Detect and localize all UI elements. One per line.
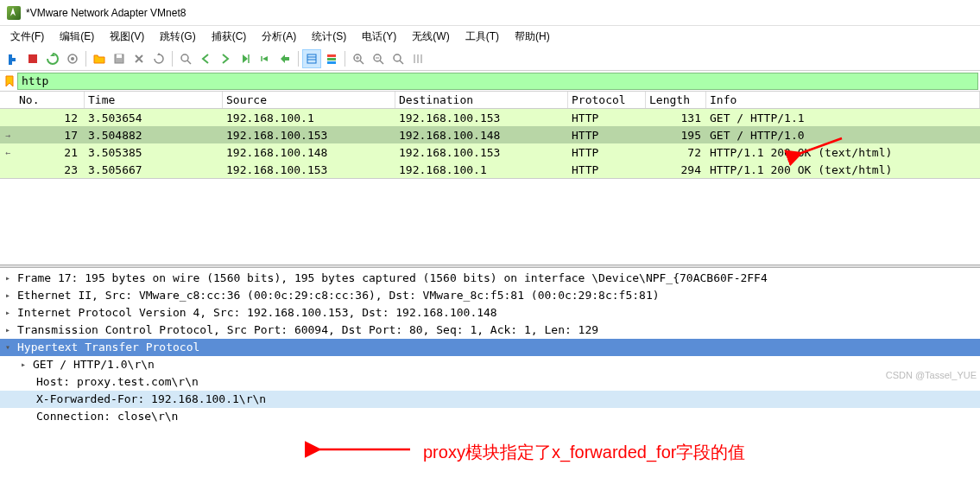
packet-list[interactable]: 123.503654192.168.100.1192.168.100.153HT… bbox=[0, 109, 980, 178]
restart-capture-button[interactable] bbox=[43, 49, 62, 68]
col-header-destination[interactable]: Destination bbox=[395, 92, 568, 108]
stop-capture-button[interactable] bbox=[23, 49, 42, 68]
toolbar bbox=[0, 47, 980, 71]
col-header-info[interactable]: Info bbox=[706, 92, 980, 108]
go-back-button[interactable] bbox=[196, 49, 215, 68]
menu-stats[interactable]: 统计(S) bbox=[305, 28, 353, 46]
collapse-icon[interactable]: ▾ bbox=[5, 339, 17, 356]
packet-list-empty: CSDN @Tassel_YUE bbox=[0, 178, 980, 264]
menu-edit[interactable]: 编辑(E) bbox=[53, 28, 101, 46]
tree-tcp[interactable]: ▸Transmission Control Protocol, Src Port… bbox=[0, 322, 980, 339]
zoom-in-button[interactable] bbox=[349, 49, 368, 68]
open-file-button[interactable] bbox=[90, 49, 109, 68]
svg-rect-4 bbox=[117, 54, 122, 58]
menu-file[interactable]: 文件(F) bbox=[3, 28, 51, 46]
separator bbox=[172, 51, 173, 67]
expand-icon[interactable]: ▸ bbox=[5, 304, 17, 322]
svg-rect-14 bbox=[327, 61, 336, 64]
tree-http[interactable]: ▾Hypertext Transfer Protocol bbox=[0, 339, 980, 356]
go-first-button[interactable] bbox=[256, 49, 275, 68]
watermark: CSDN @Tassel_YUE bbox=[886, 370, 977, 380]
filter-bar bbox=[0, 71, 980, 92]
find-button[interactable] bbox=[176, 49, 195, 68]
bookmark-icon[interactable] bbox=[2, 73, 17, 89]
annotation-arrow-2 bbox=[311, 424, 414, 461]
separator bbox=[345, 51, 345, 67]
svg-point-22 bbox=[394, 54, 401, 61]
tree-ip[interactable]: ▸Internet Protocol Version 4, Src: 192.1… bbox=[0, 304, 980, 322]
display-filter-input[interactable] bbox=[17, 73, 978, 90]
svg-line-21 bbox=[380, 60, 383, 64]
menu-analyze[interactable]: 分析(A) bbox=[255, 28, 303, 46]
menu-go[interactable]: 跳转(G) bbox=[153, 28, 202, 46]
expand-icon[interactable]: ▸ bbox=[21, 356, 33, 373]
close-file-button[interactable] bbox=[130, 49, 149, 68]
col-header-length[interactable]: Length bbox=[646, 92, 706, 108]
menubar: 文件(F) 编辑(E) 视图(V) 跳转(G) 捕获(C) 分析(A) 统计(S… bbox=[0, 26, 980, 47]
tree-frame[interactable]: ▸Frame 17: 195 bytes on wire (1560 bits)… bbox=[0, 270, 980, 287]
tree-http-xff[interactable]: X-Forwarded-For: 192.168.100.1\r\n bbox=[0, 391, 980, 408]
go-to-packet-button[interactable] bbox=[236, 49, 255, 68]
start-capture-button[interactable] bbox=[3, 49, 22, 68]
menu-wireless[interactable]: 无线(W) bbox=[405, 28, 456, 46]
go-last-button[interactable] bbox=[275, 49, 294, 68]
wireshark-icon bbox=[7, 6, 21, 20]
window-title: *VMware Network Adapter VMnet8 bbox=[26, 7, 186, 19]
resize-columns-button[interactable] bbox=[408, 49, 427, 68]
svg-point-2 bbox=[71, 57, 74, 60]
separator bbox=[85, 51, 86, 67]
capture-options-button[interactable] bbox=[63, 49, 82, 68]
menu-telephony[interactable]: 电话(Y) bbox=[355, 28, 403, 46]
menu-capture[interactable]: 捕获(C) bbox=[205, 28, 254, 46]
go-forward-button[interactable] bbox=[216, 49, 235, 68]
separator bbox=[298, 51, 299, 67]
expand-icon[interactable]: ▸ bbox=[5, 270, 17, 287]
menu-help[interactable]: 帮助(H) bbox=[508, 28, 557, 46]
packet-list-header: No. Time Source Destination Protocol Len… bbox=[0, 92, 980, 109]
packet-row[interactable]: →173.504882192.168.100.153192.168.100.14… bbox=[0, 126, 980, 143]
packet-row[interactable]: 233.505667192.168.100.153192.168.100.1HT… bbox=[0, 161, 980, 178]
tree-ethernet[interactable]: ▸Ethernet II, Src: VMware_c8:cc:36 (00:0… bbox=[0, 287, 980, 304]
save-file-button[interactable] bbox=[110, 49, 129, 68]
col-header-no[interactable]: No. bbox=[16, 92, 85, 108]
menu-tools[interactable]: 工具(T) bbox=[458, 28, 506, 46]
col-header-source[interactable]: Source bbox=[223, 92, 395, 108]
tree-http-get[interactable]: ▸GET / HTTP/1.0\r\n bbox=[0, 356, 980, 373]
col-header-protocol[interactable]: Protocol bbox=[568, 92, 646, 108]
packet-details-pane[interactable]: ▸Frame 17: 195 bytes on wire (1560 bits)… bbox=[0, 268, 980, 427]
packet-row[interactable]: ←213.505385192.168.100.148192.168.100.15… bbox=[0, 143, 980, 161]
tree-http-connection[interactable]: Connection: close\r\n bbox=[0, 408, 980, 425]
annotation-text: proxy模块指定了x_forwarded_for字段的值 bbox=[423, 441, 745, 464]
reload-button[interactable] bbox=[149, 49, 168, 68]
menu-view[interactable]: 视图(V) bbox=[103, 28, 151, 46]
col-header-time[interactable]: Time bbox=[85, 92, 223, 108]
svg-point-5 bbox=[181, 54, 188, 61]
titlebar: *VMware Network Adapter VMnet8 bbox=[0, 0, 980, 26]
svg-line-23 bbox=[400, 60, 403, 64]
expand-icon[interactable]: ▸ bbox=[5, 322, 17, 339]
svg-rect-12 bbox=[327, 54, 336, 57]
svg-line-18 bbox=[360, 60, 364, 64]
svg-rect-13 bbox=[327, 58, 336, 60]
tree-http-host[interactable]: Host: proxy.test.com\r\n bbox=[0, 373, 980, 391]
svg-line-6 bbox=[187, 60, 191, 64]
row-marker-icon: ← bbox=[0, 148, 16, 157]
svg-rect-9 bbox=[307, 54, 316, 63]
expand-icon[interactable]: ▸ bbox=[5, 287, 17, 304]
svg-rect-0 bbox=[28, 54, 37, 63]
zoom-out-button[interactable] bbox=[369, 49, 388, 68]
packet-row[interactable]: 123.503654192.168.100.1192.168.100.153HT… bbox=[0, 109, 980, 126]
colorize-button[interactable] bbox=[322, 49, 341, 68]
row-marker-icon: → bbox=[0, 131, 16, 140]
auto-scroll-button[interactable] bbox=[302, 49, 321, 68]
zoom-reset-button[interactable] bbox=[389, 49, 408, 68]
